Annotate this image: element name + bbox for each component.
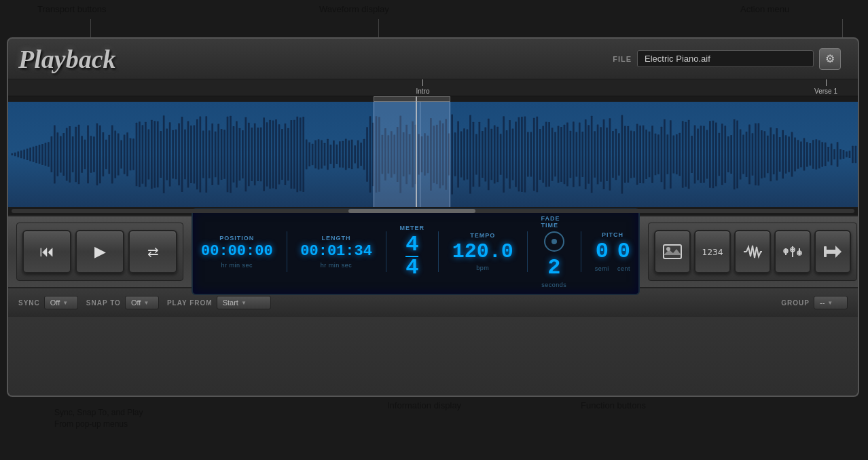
loop-button[interactable]: ⇄ — [128, 230, 177, 273]
play-button[interactable]: ▶ — [75, 230, 124, 273]
meter-label: METER — [400, 225, 425, 231]
svg-rect-54 — [169, 122, 171, 186]
svg-rect-30 — [96, 123, 98, 185]
svg-rect-163 — [500, 134, 502, 175]
svg-rect-103 — [318, 139, 320, 170]
svg-rect-46 — [145, 122, 147, 187]
meter-bottom: 4 — [405, 256, 418, 279]
eq-icon — [783, 244, 802, 259]
svg-rect-226 — [691, 136, 693, 173]
snap-to-control: SNAP TO Off ▼ — [86, 296, 159, 309]
svg-rect-258 — [788, 136, 790, 172]
function-button-3[interactable] — [734, 230, 771, 273]
playhead-bar[interactable] — [8, 96, 858, 102]
play-from-label: PLAY FROM — [167, 299, 213, 307]
fade-circle-inner — [551, 239, 557, 244]
svg-rect-67 — [209, 130, 211, 178]
scroll-thumb[interactable] — [348, 209, 475, 213]
svg-rect-49 — [153, 121, 156, 187]
svg-rect-65 — [202, 130, 204, 178]
divider-5 — [581, 231, 581, 272]
image-icon — [663, 244, 682, 259]
svg-rect-36 — [114, 131, 116, 178]
rewind-button[interactable]: ⏮ — [22, 230, 71, 273]
svg-rect-43 — [136, 123, 138, 186]
svg-rect-15 — [51, 136, 53, 172]
svg-rect-266 — [812, 140, 814, 168]
svg-rect-96 — [296, 117, 298, 192]
svg-rect-23 — [75, 127, 77, 183]
group-dropdown[interactable]: -- ▼ — [814, 296, 848, 309]
length-label: LENGTH — [322, 235, 351, 242]
svg-rect-64 — [199, 117, 201, 193]
svg-rect-5 — [20, 151, 22, 158]
svg-rect-115 — [354, 145, 356, 163]
group-label: GROUP — [781, 299, 810, 307]
group-arrow-icon: ▼ — [827, 300, 833, 306]
file-input[interactable] — [637, 50, 814, 67]
numbers-icon: 1234 — [702, 247, 723, 257]
svg-rect-69 — [215, 132, 217, 178]
svg-rect-267 — [815, 139, 817, 169]
svg-rect-270 — [825, 142, 827, 166]
sync-dropdown[interactable]: Off ▼ — [44, 296, 78, 309]
sync-value: Off — [50, 299, 60, 307]
svg-rect-35 — [111, 125, 113, 183]
svg-rect-48 — [151, 120, 153, 189]
function-button-5[interactable] — [814, 230, 851, 273]
svg-rect-239 — [730, 135, 732, 174]
svg-rect-79 — [245, 117, 247, 191]
svg-rect-217 — [664, 119, 666, 190]
function-button-2[interactable]: 1234 — [694, 230, 731, 273]
svg-rect-6 — [23, 149, 25, 159]
svg-rect-189 — [579, 122, 581, 186]
svg-rect-259 — [791, 132, 793, 177]
action-menu-button[interactable]: ⚙ — [819, 48, 841, 70]
svg-rect-171 — [524, 117, 526, 193]
svg-rect-278 — [849, 151, 851, 158]
svg-rect-2 — [11, 153, 13, 155]
svg-rect-279 — [852, 146, 854, 164]
svg-rect-297 — [824, 246, 827, 257]
svg-rect-235 — [718, 133, 720, 176]
svg-rect-236 — [721, 123, 723, 185]
svg-rect-61 — [190, 126, 192, 183]
svg-rect-25 — [81, 136, 83, 172]
svg-rect-223 — [682, 121, 684, 187]
svg-rect-149 — [457, 121, 459, 187]
svg-rect-175 — [536, 117, 538, 192]
scroll-track[interactable] — [12, 209, 854, 213]
sync-arrow-icon: ▼ — [62, 300, 68, 306]
svg-rect-26 — [84, 140, 86, 170]
svg-rect-265 — [810, 143, 812, 166]
svg-rect-191 — [585, 119, 587, 189]
svg-rect-218 — [667, 134, 669, 174]
svg-rect-63 — [196, 119, 198, 190]
svg-rect-86 — [266, 122, 268, 187]
position-sublabel: hr min sec — [221, 262, 253, 269]
snap-to-dropdown[interactable]: Off ▼ — [125, 296, 159, 309]
svg-rect-180 — [551, 128, 554, 180]
function-button-4[interactable] — [774, 230, 811, 273]
svg-rect-107 — [330, 145, 332, 164]
svg-rect-153 — [469, 115, 471, 194]
svg-rect-219 — [670, 120, 672, 189]
svg-rect-222 — [679, 133, 681, 176]
svg-rect-14 — [48, 142, 50, 167]
svg-rect-166 — [509, 120, 511, 189]
pitch-column: PITCH 0 semi 0 cent — [595, 231, 630, 272]
svg-rect-60 — [187, 121, 189, 187]
play-from-dropdown[interactable]: Start ▼ — [217, 296, 271, 309]
waveform-area[interactable] — [8, 102, 858, 207]
waveform-playhead-region — [374, 102, 450, 207]
svg-rect-11 — [39, 145, 41, 164]
svg-rect-230 — [703, 126, 705, 183]
svg-rect-111 — [342, 141, 344, 168]
svg-rect-158 — [484, 128, 486, 182]
svg-rect-198 — [606, 128, 608, 181]
svg-rect-38 — [120, 140, 122, 169]
svg-rect-73 — [227, 117, 229, 192]
function-button-1[interactable] — [654, 230, 691, 273]
svg-rect-155 — [475, 134, 477, 174]
svg-rect-17 — [56, 132, 58, 176]
